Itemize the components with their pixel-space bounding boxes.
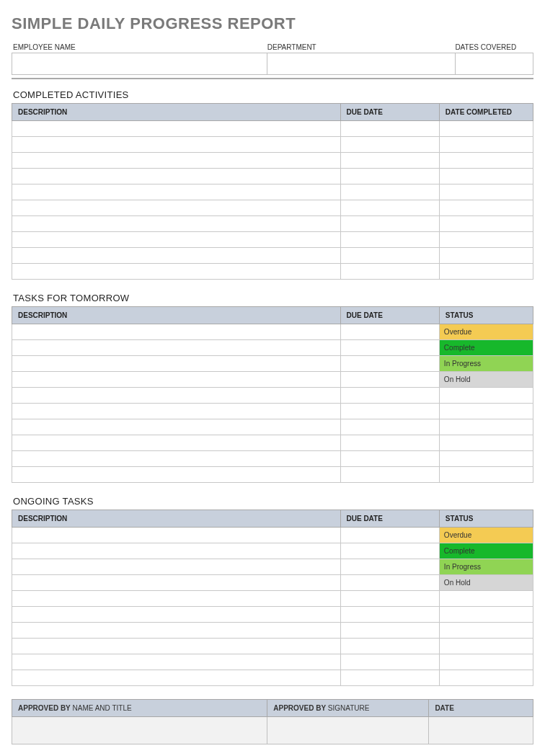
cell-due[interactable]: [340, 404, 439, 419]
cell-done[interactable]: [439, 232, 533, 248]
cell-due[interactable]: [340, 607, 439, 623]
cell-due[interactable]: [340, 200, 439, 216]
cell-desc[interactable]: [12, 528, 341, 543]
dates-covered-field[interactable]: [455, 53, 533, 75]
cell-status[interactable]: Complete: [439, 543, 533, 559]
cell-due[interactable]: [340, 356, 439, 372]
completed-header-done: DATE COMPLETED: [439, 104, 533, 121]
cell-status[interactable]: On Hold: [439, 575, 533, 591]
cell-done[interactable]: [439, 184, 533, 200]
cell-status[interactable]: Overdue: [439, 324, 533, 340]
cell-status[interactable]: [439, 670, 533, 686]
cell-due[interactable]: [340, 340, 439, 356]
cell-desc[interactable]: [12, 356, 341, 372]
cell-status[interactable]: [439, 623, 533, 639]
cell-status[interactable]: [439, 404, 533, 419]
cell-due[interactable]: [340, 670, 439, 686]
cell-due[interactable]: [340, 372, 439, 388]
cell-due[interactable]: [340, 153, 439, 169]
cell-status[interactable]: [439, 591, 533, 607]
cell-desc[interactable]: [12, 232, 341, 248]
cell-desc[interactable]: [12, 543, 341, 559]
cell-done[interactable]: [439, 121, 533, 137]
cell-done[interactable]: [439, 264, 533, 280]
cell-done[interactable]: [439, 200, 533, 216]
approval-date-field[interactable]: [429, 717, 533, 744]
cell-due[interactable]: [340, 639, 439, 654]
cell-status[interactable]: In Progress: [439, 559, 533, 575]
table-row: [12, 670, 533, 686]
cell-due[interactable]: [340, 528, 439, 543]
cell-due[interactable]: [340, 419, 439, 435]
approval-signature-field[interactable]: [267, 717, 429, 744]
cell-desc[interactable]: [12, 467, 341, 483]
cell-desc[interactable]: [12, 559, 341, 575]
cell-status[interactable]: Complete: [439, 340, 533, 356]
cell-status[interactable]: [439, 451, 533, 467]
cell-desc[interactable]: [12, 607, 341, 623]
cell-due[interactable]: [340, 654, 439, 670]
cell-due[interactable]: [340, 435, 439, 451]
cell-desc[interactable]: [12, 404, 341, 419]
cell-due[interactable]: [340, 451, 439, 467]
table-row: [12, 623, 533, 639]
cell-desc[interactable]: [12, 216, 341, 232]
cell-desc[interactable]: [12, 623, 341, 639]
cell-due[interactable]: [340, 388, 439, 404]
cell-due[interactable]: [340, 467, 439, 483]
cell-desc[interactable]: [12, 591, 341, 607]
table-row: Overdue: [12, 324, 533, 340]
cell-desc[interactable]: [12, 639, 341, 654]
cell-desc[interactable]: [12, 200, 341, 216]
cell-due[interactable]: [340, 543, 439, 559]
cell-status[interactable]: [439, 419, 533, 435]
cell-desc[interactable]: [12, 419, 341, 435]
cell-done[interactable]: [439, 216, 533, 232]
cell-status[interactable]: In Progress: [439, 356, 533, 372]
cell-due[interactable]: [340, 264, 439, 280]
cell-done[interactable]: [439, 153, 533, 169]
cell-desc[interactable]: [12, 575, 341, 591]
cell-desc[interactable]: [12, 137, 341, 153]
cell-status[interactable]: [439, 607, 533, 623]
cell-due[interactable]: [340, 591, 439, 607]
cell-desc[interactable]: [12, 248, 341, 264]
cell-due[interactable]: [340, 137, 439, 153]
cell-status[interactable]: [439, 654, 533, 670]
cell-due[interactable]: [340, 575, 439, 591]
cell-due[interactable]: [340, 169, 439, 184]
cell-status[interactable]: [439, 467, 533, 483]
cell-due[interactable]: [340, 324, 439, 340]
department-field[interactable]: [267, 53, 455, 75]
cell-due[interactable]: [340, 216, 439, 232]
cell-desc[interactable]: [12, 340, 341, 356]
cell-desc[interactable]: [12, 451, 341, 467]
cell-desc[interactable]: [12, 372, 341, 388]
cell-due[interactable]: [340, 184, 439, 200]
cell-status[interactable]: [439, 435, 533, 451]
cell-due[interactable]: [340, 623, 439, 639]
cell-due[interactable]: [340, 248, 439, 264]
cell-due[interactable]: [340, 232, 439, 248]
cell-desc[interactable]: [12, 435, 341, 451]
cell-due[interactable]: [340, 121, 439, 137]
cell-desc[interactable]: [12, 654, 341, 670]
cell-desc[interactable]: [12, 264, 341, 280]
cell-status[interactable]: [439, 639, 533, 654]
cell-desc[interactable]: [12, 153, 341, 169]
cell-status[interactable]: [439, 388, 533, 404]
cell-desc[interactable]: [12, 169, 341, 184]
cell-status[interactable]: Overdue: [439, 528, 533, 543]
approval-name-field[interactable]: [12, 717, 267, 744]
employee-name-field[interactable]: [12, 53, 267, 75]
cell-desc[interactable]: [12, 184, 341, 200]
cell-desc[interactable]: [12, 670, 341, 686]
cell-done[interactable]: [439, 169, 533, 184]
cell-desc[interactable]: [12, 121, 341, 137]
cell-done[interactable]: [439, 137, 533, 153]
cell-due[interactable]: [340, 559, 439, 575]
cell-status[interactable]: On Hold: [439, 372, 533, 388]
cell-desc[interactable]: [12, 324, 341, 340]
cell-done[interactable]: [439, 248, 533, 264]
cell-desc[interactable]: [12, 388, 341, 404]
